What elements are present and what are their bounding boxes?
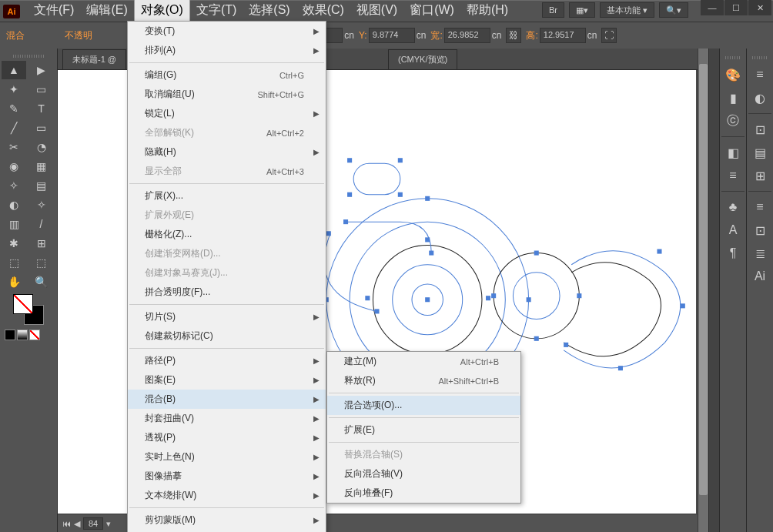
panel-icon[interactable]: ⊞ bbox=[749, 165, 771, 186]
menu-item[interactable]: 建立(M)Alt+Ctrl+B bbox=[327, 352, 520, 371]
tool-button[interactable]: ╱ bbox=[2, 119, 26, 137]
search-icon[interactable]: 🔍▾ bbox=[659, 2, 688, 18]
color-swatch[interactable] bbox=[13, 294, 44, 325]
tool-button[interactable]: ✋ bbox=[2, 273, 26, 291]
menu-item[interactable]: 释放(R)Alt+Shift+Ctrl+B bbox=[327, 371, 520, 390]
close-button[interactable]: ✕ bbox=[748, 0, 771, 15]
tool-button[interactable]: 🔍 bbox=[29, 273, 54, 291]
menu-item[interactable]: 编辑(E) bbox=[80, 0, 133, 22]
minimize-button[interactable]: — bbox=[701, 0, 724, 15]
menu-item[interactable]: 视图(V) bbox=[350, 0, 403, 22]
panel-grip-icon[interactable] bbox=[2, 52, 55, 61]
panel-icon[interactable]: ≡ bbox=[749, 64, 771, 85]
tool-button[interactable]: ⊞ bbox=[29, 234, 54, 253]
menu-item[interactable]: 反向堆叠(F) bbox=[327, 483, 520, 503]
menu-item[interactable]: 封套扭曲(V)▶ bbox=[128, 409, 326, 428]
transform-icon[interactable]: ⛶ bbox=[601, 28, 617, 43]
panel-grip-icon[interactable] bbox=[747, 53, 773, 62]
menu-item[interactable]: 切片(S)▶ bbox=[128, 307, 326, 326]
menu-item[interactable]: 帮助(H) bbox=[460, 0, 514, 22]
workspace-switcher[interactable]: 基本功能 ▾ bbox=[600, 2, 654, 18]
tool-button[interactable]: ▭ bbox=[29, 80, 54, 99]
panel-icon[interactable]: ¶ bbox=[722, 243, 744, 264]
tool-button[interactable]: ▶ bbox=[29, 61, 54, 79]
mini-swatch[interactable] bbox=[17, 330, 28, 340]
menu-item[interactable]: 拼合透明度(F)... bbox=[128, 283, 326, 302]
zoom-readout[interactable]: 84 bbox=[83, 517, 103, 530]
y-input[interactable]: 9.8774 bbox=[369, 28, 415, 43]
menu-item[interactable]: 编组(G)Ctrl+G bbox=[128, 65, 326, 85]
tool-button[interactable]: ✎ bbox=[2, 99, 26, 118]
menu-item[interactable]: 路径(P)▶ bbox=[128, 351, 326, 370]
menu-item[interactable]: 混合选项(O)... bbox=[327, 396, 520, 415]
tool-button[interactable]: ▥ bbox=[2, 215, 26, 233]
tool-button[interactable]: ◔ bbox=[29, 138, 54, 156]
panel-icon[interactable]: ◐ bbox=[749, 87, 771, 109]
panel-icon[interactable]: ≣ bbox=[749, 243, 771, 264]
bridge-icon[interactable]: Br bbox=[542, 2, 564, 18]
panel-icon[interactable]: ▤ bbox=[749, 142, 771, 163]
menu-item[interactable]: 图案(E)▶ bbox=[128, 370, 326, 390]
menu-item[interactable]: 反向混合轴(V) bbox=[327, 464, 520, 483]
tool-button[interactable]: ✧ bbox=[2, 176, 26, 195]
menu-item[interactable]: 文本绕排(W)▶ bbox=[128, 486, 326, 505]
artboard-prev2-icon[interactable]: ◀ bbox=[74, 519, 80, 529]
grid-icon[interactable]: ▦▾ bbox=[569, 2, 595, 18]
tool-button[interactable]: ✂ bbox=[2, 138, 26, 156]
tool-button[interactable]: T bbox=[29, 99, 54, 118]
menu-item[interactable]: 隐藏(H)▶ bbox=[128, 142, 326, 162]
mini-swatch[interactable] bbox=[29, 330, 40, 340]
menu-item[interactable]: 扩展(E) bbox=[327, 420, 520, 440]
menu-item[interactable]: 透视(P)▶ bbox=[128, 428, 326, 447]
menu-item[interactable]: 扩展(X)... bbox=[128, 186, 326, 206]
panel-icon[interactable]: ⊡ bbox=[749, 219, 771, 241]
menu-item[interactable]: 选择(S) bbox=[243, 0, 296, 22]
maximize-button[interactable]: ☐ bbox=[724, 0, 748, 15]
menu-item[interactable]: 实时上色(N)▶ bbox=[128, 447, 326, 467]
link-icon[interactable]: ⛓ bbox=[506, 28, 521, 43]
tool-button[interactable]: ✦ bbox=[2, 80, 26, 99]
menu-item[interactable]: 排列(A)▶ bbox=[128, 41, 326, 60]
menu-item[interactable]: 对象(O) bbox=[134, 0, 190, 22]
menu-item[interactable]: 文件(F) bbox=[28, 0, 80, 22]
rail-collapse[interactable] bbox=[708, 49, 719, 532]
menu-item[interactable]: 变换(T)▶ bbox=[128, 22, 326, 41]
menu-item[interactable]: 窗口(W) bbox=[403, 0, 460, 22]
artboard-prev-icon[interactable]: ⏮ bbox=[62, 519, 71, 528]
tool-button[interactable]: ⬚ bbox=[2, 253, 26, 272]
menu-item[interactable]: 剪切蒙版(M)▶ bbox=[128, 510, 326, 530]
panel-icon[interactable]: ⓒ bbox=[722, 110, 744, 132]
panel-icon[interactable]: A bbox=[722, 219, 744, 241]
panel-icon[interactable]: Ai bbox=[749, 266, 771, 287]
document-tab[interactable]: 未标题-1 @ bbox=[62, 49, 126, 69]
panel-icon[interactable]: ◧ bbox=[722, 142, 744, 163]
menu-item[interactable]: 锁定(L)▶ bbox=[128, 104, 326, 123]
tool-button[interactable]: ▲ bbox=[2, 61, 26, 79]
menu-item[interactable]: 取消编组(U)Shift+Ctrl+G bbox=[128, 85, 326, 104]
tool-button[interactable]: ▦ bbox=[29, 157, 54, 176]
menu-item[interactable]: 文字(T) bbox=[190, 0, 243, 22]
tool-button[interactable]: / bbox=[29, 215, 54, 233]
panel-icon[interactable]: ▮ bbox=[722, 87, 744, 109]
panel-icon[interactable]: ♣ bbox=[722, 196, 744, 218]
panel-icon[interactable]: ≡ bbox=[749, 196, 771, 218]
panel-icon[interactable]: 🎨 bbox=[722, 64, 744, 85]
menu-item[interactable]: 混合(B)▶ bbox=[128, 390, 326, 409]
tool-button[interactable]: ⬚ bbox=[29, 253, 54, 272]
tool-button[interactable]: ✱ bbox=[2, 234, 26, 253]
tool-button[interactable]: ◐ bbox=[2, 196, 26, 214]
menu-item[interactable]: 图像描摹▶ bbox=[128, 467, 326, 486]
tool-button[interactable]: ◉ bbox=[2, 157, 26, 176]
panel-grip-icon[interactable] bbox=[720, 53, 746, 62]
tool-button[interactable]: ▭ bbox=[29, 119, 54, 137]
panel-icon[interactable]: ≡ bbox=[722, 165, 744, 186]
menu-item[interactable]: 栅格化(Z)... bbox=[128, 225, 326, 244]
scroll-thumb[interactable] bbox=[699, 64, 708, 495]
mini-swatch[interactable] bbox=[5, 330, 15, 340]
swatch-fill[interactable] bbox=[13, 294, 33, 314]
tool-button[interactable]: ▤ bbox=[29, 176, 54, 195]
h-input[interactable]: 12.9517 bbox=[540, 28, 586, 43]
zoom-down-icon[interactable]: ▾ bbox=[106, 519, 111, 529]
w-input[interactable]: 26.9852 bbox=[444, 28, 490, 43]
panel-icon[interactable]: ⊡ bbox=[749, 119, 771, 140]
